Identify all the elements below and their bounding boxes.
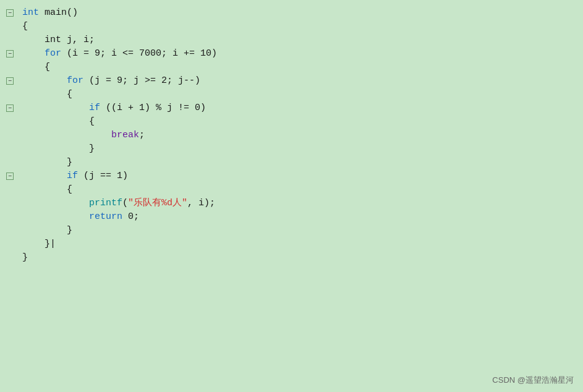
code-token: }	[22, 251, 28, 265]
gutter-row	[2, 251, 17, 265]
code-line: for (i = 9; i <= 7000; i += 10)	[22, 47, 583, 61]
code-line: }	[22, 224, 583, 237]
code-token: for	[67, 74, 83, 88]
code-token: }|	[22, 237, 56, 251]
code-line: }	[22, 251, 583, 265]
code-token	[22, 129, 111, 142]
gutter-row	[2, 210, 17, 224]
code-line: return 0;	[22, 210, 583, 224]
gutter-row	[2, 183, 17, 197]
code-token	[22, 197, 89, 210]
code-token: {	[22, 183, 72, 197]
gutter-row	[2, 142, 17, 156]
code-token: }	[22, 142, 95, 156]
code-token: {	[22, 20, 28, 33]
gutter-row	[2, 88, 17, 101]
code-token: int	[22, 6, 39, 20]
gutter-row	[2, 61, 17, 74]
code-token: if	[67, 169, 78, 183]
collapse-button[interactable]: −	[6, 50, 14, 58]
code-line: }	[22, 156, 583, 169]
code-token: }	[22, 156, 72, 169]
code-line: if ((i + 1) % j != 0)	[22, 101, 583, 115]
gutter-row	[2, 197, 17, 210]
gutter-row[interactable]: −	[2, 6, 17, 20]
code-content[interactable]: int main(){ int j, i; for (i = 9; i <= 7…	[17, 0, 583, 392]
code-token: {	[22, 61, 50, 74]
code-token: {	[22, 115, 95, 129]
code-line: {	[22, 115, 583, 129]
code-token: }	[22, 224, 72, 237]
gutter-row[interactable]: −	[2, 47, 17, 61]
collapse-button[interactable]: −	[6, 104, 14, 112]
collapse-button[interactable]: −	[6, 77, 14, 85]
code-token: , i);	[187, 197, 215, 210]
gutter-row[interactable]: −	[2, 169, 17, 183]
code-token: ;	[139, 129, 145, 142]
code-token: ((i + 1) % j != 0)	[100, 101, 206, 115]
code-line: {	[22, 20, 583, 33]
code-token: main()	[39, 6, 78, 20]
code-line: int main()	[22, 6, 583, 20]
code-token: 0;	[122, 210, 139, 224]
code-token: (j = 9; j >= 2; j--)	[83, 74, 200, 88]
code-token: (	[122, 197, 128, 210]
gutter-row[interactable]: −	[2, 101, 17, 115]
code-token	[22, 101, 89, 115]
watermark: CSDN @遥望浩瀚星河	[492, 375, 574, 386]
code-token	[22, 74, 67, 88]
code-line: {	[22, 88, 583, 101]
code-line: {	[22, 183, 583, 197]
gutter-row	[2, 129, 17, 142]
gutter-row[interactable]: −	[2, 74, 17, 88]
code-token: "乐队有%d人"	[128, 197, 187, 210]
gutter-row	[2, 20, 17, 33]
gutter-row	[2, 33, 17, 47]
code-line: int j, i;	[22, 33, 583, 47]
gutter-row	[2, 237, 17, 251]
code-token: for	[45, 47, 61, 61]
code-line: if (j == 1)	[22, 169, 583, 183]
gutter: −−−−−	[0, 0, 17, 392]
gutter-row	[2, 156, 17, 169]
code-token: break	[111, 129, 139, 142]
code-line: for (j = 9; j >= 2; j--)	[22, 74, 583, 88]
code-line: {	[22, 61, 583, 74]
code-line: printf("乐队有%d人", i);	[22, 197, 583, 210]
code-token: {	[22, 88, 72, 101]
code-token: printf	[89, 197, 122, 210]
gutter-row	[2, 115, 17, 129]
code-token: if	[89, 101, 100, 115]
collapse-button[interactable]: −	[6, 9, 14, 17]
editor-container: −−−−− int main(){ int j, i; for (i = 9; …	[0, 0, 583, 392]
gutter-row	[2, 224, 17, 237]
code-token: int j, i;	[22, 33, 95, 47]
code-token	[22, 210, 89, 224]
code-line: break;	[22, 129, 583, 142]
code-token	[22, 169, 67, 183]
code-token: (j == 1)	[78, 169, 128, 183]
code-token: (i = 9; i <= 7000; i += 10)	[61, 47, 217, 61]
code-token: return	[89, 210, 122, 224]
code-token	[22, 47, 45, 61]
collapse-button[interactable]: −	[6, 173, 14, 180]
code-line: }|	[22, 237, 583, 251]
code-line: }	[22, 142, 583, 156]
